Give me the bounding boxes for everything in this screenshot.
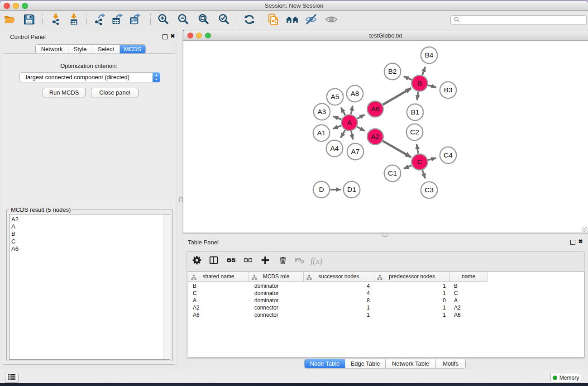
cell-predecessor-nodes[interactable]: 1 xyxy=(419,311,446,319)
edge-A-A5[interactable] xyxy=(341,108,345,115)
node-D[interactable]: D xyxy=(313,181,330,198)
cell-predecessor-nodes[interactable]: 0 xyxy=(419,297,446,304)
edge-B-B1[interactable] xyxy=(417,92,418,100)
node-B2[interactable]: B2 xyxy=(384,63,401,80)
edge-C-C2[interactable] xyxy=(417,144,418,153)
close-icon[interactable]: ✖ xyxy=(170,33,175,39)
edge-B-B3[interactable] xyxy=(428,85,436,87)
list-scrollbar[interactable] xyxy=(163,214,170,359)
close-icon[interactable]: ✖ xyxy=(578,239,583,244)
close-panel-button[interactable]: Close panel xyxy=(91,88,139,97)
tab-network-table[interactable]: Network Table xyxy=(386,359,436,368)
edge-C-C1[interactable] xyxy=(404,165,411,168)
cell-predecessor-nodes[interactable]: 1 xyxy=(419,282,446,290)
edge-A-A6[interactable] xyxy=(357,114,365,119)
show-column-button[interactable] xyxy=(207,255,220,267)
cell-successor-nodes[interactable]: 8 xyxy=(343,297,370,304)
first-neighbors-button[interactable] xyxy=(286,14,299,27)
zoom-in-button[interactable] xyxy=(157,14,170,27)
node-C[interactable]: C xyxy=(411,154,427,170)
search-box[interactable] xyxy=(450,15,587,25)
tab-motifs[interactable]: Motifs xyxy=(436,359,465,368)
run-mcds-button[interactable]: Run MCDS xyxy=(43,88,86,97)
cell-predecessor-nodes[interactable]: 1 xyxy=(419,304,446,311)
dropdown-stepper-icon[interactable] xyxy=(153,72,160,82)
mcds-result-item[interactable]: A6 xyxy=(10,245,170,253)
edge-B-B2[interactable] xyxy=(404,76,412,80)
float-window-icon[interactable] xyxy=(163,34,167,39)
memory-button[interactable]: Memory xyxy=(550,373,581,382)
cell-MCDS-role[interactable]: dominator xyxy=(254,297,278,304)
cell-MCDS-role[interactable]: dominator xyxy=(254,282,278,290)
node-A7[interactable]: A7 xyxy=(347,143,363,160)
export-image-button[interactable] xyxy=(129,14,141,27)
session-snapshot-button[interactable] xyxy=(267,14,280,27)
node-B1[interactable]: B1 xyxy=(407,104,423,120)
column-header-shared-name[interactable]: shared name xyxy=(188,272,249,281)
edge-B-B4[interactable] xyxy=(422,67,425,75)
import-network-file-button[interactable] xyxy=(49,14,62,27)
edge-A-A2[interactable] xyxy=(357,127,365,131)
control-panel-divider[interactable] xyxy=(177,29,177,369)
node-B[interactable]: B xyxy=(411,75,427,91)
edge-A2-C[interactable] xyxy=(383,141,411,157)
cell-shared-name[interactable]: A6 xyxy=(193,311,200,319)
node-A[interactable]: A xyxy=(341,114,357,130)
tab-style[interactable]: Style xyxy=(68,45,92,53)
node-D1[interactable]: D1 xyxy=(344,181,360,198)
column-header-name[interactable]: name xyxy=(450,272,488,281)
edge-A6-B[interactable] xyxy=(383,88,411,105)
deselect-all-button[interactable] xyxy=(241,255,255,267)
tab-network[interactable]: Network xyxy=(36,45,68,53)
cell-name[interactable]: A6 xyxy=(454,311,461,319)
cell-successor-nodes[interactable]: 1 xyxy=(343,304,370,311)
zoom-out-button[interactable] xyxy=(177,14,190,27)
edge-C-C4[interactable] xyxy=(428,158,436,160)
zoom-selected-button[interactable] xyxy=(218,14,230,27)
cell-shared-name[interactable]: B xyxy=(193,282,196,290)
mcds-result-item[interactable]: A xyxy=(10,223,170,230)
mcds-result-item[interactable]: A2 xyxy=(10,216,170,223)
column-header-MCDS-role[interactable]: MCDS role xyxy=(249,272,304,281)
node-C3[interactable]: C3 xyxy=(421,182,437,198)
edge-A-A4[interactable] xyxy=(341,130,345,138)
edge-C-C3[interactable] xyxy=(422,170,425,178)
node-A8[interactable]: A8 xyxy=(347,86,363,102)
node-A1[interactable]: A1 xyxy=(313,125,330,141)
task-history-button[interactable] xyxy=(5,373,19,383)
delete-column-button[interactable] xyxy=(276,255,290,267)
cell-successor-nodes[interactable]: 4 xyxy=(343,290,370,297)
mcds-result-list[interactable]: A2ABCA6 xyxy=(9,214,170,360)
export-table-button[interactable] xyxy=(111,14,124,27)
cell-successor-nodes[interactable]: 1 xyxy=(343,311,370,319)
edge-A-A7[interactable] xyxy=(351,131,353,140)
tab-node-table[interactable]: Node Table xyxy=(305,359,345,368)
refresh-button[interactable] xyxy=(243,14,256,27)
select-all-button[interactable] xyxy=(225,255,238,267)
main-title-bar[interactable]: Session: New Session xyxy=(0,1,588,11)
hide-selected-button[interactable] xyxy=(305,14,318,27)
node-C2[interactable]: C2 xyxy=(406,124,423,140)
cell-name[interactable]: B xyxy=(454,282,458,290)
node-B3[interactable]: B3 xyxy=(440,82,456,98)
node-B4[interactable]: B4 xyxy=(421,47,437,63)
mcds-result-item[interactable]: C xyxy=(10,238,170,245)
tab-select[interactable]: Select xyxy=(92,45,120,53)
horizontal-split-handle[interactable] xyxy=(382,233,387,237)
node-A6[interactable]: A6 xyxy=(367,101,383,117)
save-session-button[interactable] xyxy=(23,14,35,27)
cell-successor-nodes[interactable]: 4 xyxy=(343,282,370,290)
criterion-dropdown[interactable]: largest connected component (directed) xyxy=(19,72,160,82)
cell-MCDS-role[interactable]: dominator xyxy=(254,290,278,297)
resize-grip-icon[interactable] xyxy=(582,227,588,232)
column-header-predecessor-nodes[interactable]: predecessor nodes xyxy=(374,272,450,281)
new-network-button[interactable] xyxy=(93,14,106,27)
mcds-result-item[interactable]: B xyxy=(10,230,170,238)
cell-MCDS-role[interactable]: connector xyxy=(254,311,278,319)
node-A3[interactable]: A3 xyxy=(314,104,330,120)
column-header-successor-nodes[interactable]: successor nodes xyxy=(304,272,374,281)
node-A4[interactable]: A4 xyxy=(326,140,343,157)
cell-name[interactable]: A xyxy=(454,297,458,304)
network-window-title-bar[interactable]: testGlobe.txt xyxy=(183,30,588,41)
edge-A-A1[interactable] xyxy=(333,126,342,129)
